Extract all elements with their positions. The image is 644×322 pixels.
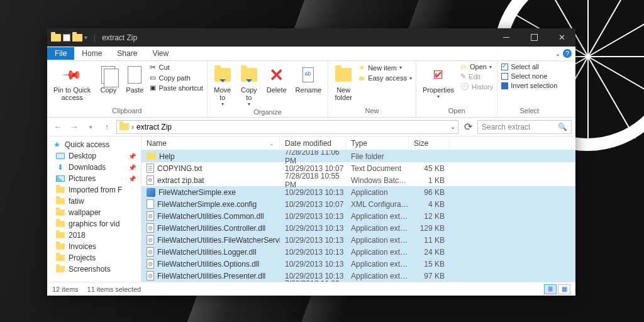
- minimize-button[interactable]: [492, 28, 520, 47]
- down-icon: ⬇: [56, 163, 65, 172]
- back-button[interactable]: ←: [51, 122, 65, 131]
- search-input[interactable]: Search extract 🔍: [477, 120, 572, 134]
- paste-button[interactable]: Paste: [123, 62, 146, 95]
- explorer-window: ▾ | extract Zip File Home Share View ⌄ ?…: [47, 28, 575, 296]
- help-button[interactable]: ?: [563, 49, 572, 58]
- view-details-button[interactable]: ≣: [544, 284, 557, 294]
- sidebar-item-quick-access[interactable]: ★Quick access: [47, 139, 141, 150]
- sidebar-item-projects[interactable]: Projects: [47, 252, 141, 264]
- up-button[interactable]: ↑: [100, 122, 114, 131]
- sidebar-item-label: Screenshots: [69, 265, 111, 274]
- file-row[interactable]: FileWatcherUtilities.FileWatcherServiceC…: [142, 234, 575, 246]
- tab-file[interactable]: File: [47, 47, 74, 60]
- select-all-button[interactable]: Select all: [501, 62, 557, 71]
- file-row[interactable]: extract zip.bat7/28/2018 10:55 PMWindows…: [142, 174, 575, 186]
- sidebar-item-screenshots[interactable]: Screenshots: [47, 264, 141, 275]
- sidebar-item-label: Desktop: [69, 152, 96, 160]
- tab-share[interactable]: Share: [109, 47, 145, 60]
- new-folder-button[interactable]: New folder: [332, 62, 355, 103]
- file-size: 24 KB: [409, 248, 450, 257]
- file-type: Application: [346, 188, 409, 197]
- properties-button[interactable]: 🗹 Properties▾: [420, 62, 457, 101]
- sidebar-item-fatiw[interactable]: fatiw: [47, 196, 141, 207]
- sidebar-item-invoices[interactable]: Invoices: [47, 241, 141, 252]
- newfolder-icon: [335, 68, 352, 82]
- copy-path-button[interactable]: ▭Copy path: [150, 73, 203, 82]
- qat-props-icon[interactable]: [63, 34, 70, 42]
- sidebar-item-pictures[interactable]: Pictures📌: [47, 173, 141, 184]
- sidebar-item-imported-from-f[interactable]: Imported from F: [47, 184, 141, 196]
- rename-button[interactable]: Rename: [293, 62, 325, 95]
- view-icons-button[interactable]: ▦: [558, 284, 570, 294]
- col-date[interactable]: Date modified: [280, 136, 346, 150]
- window-title: extract Zip: [102, 33, 137, 42]
- file-row[interactable]: FileWatcherSimple.exe.config10/29/2013 1…: [142, 198, 575, 210]
- file-row[interactable]: FileWatcherSimple.exe10/29/2013 10:13App…: [142, 186, 575, 198]
- search-placeholder: Search extract: [482, 123, 530, 131]
- open-button[interactable]: 🗁Open ▾: [460, 62, 493, 71]
- qat-chevron-icon[interactable]: ▾: [84, 34, 87, 41]
- refresh-button[interactable]: ⟳: [461, 121, 475, 133]
- forward-button[interactable]: →: [67, 122, 81, 131]
- file-name: FileWatcherUtilities.Controller.dll: [157, 224, 265, 233]
- invert-selection-button[interactable]: Invert selection: [501, 81, 557, 90]
- sidebar-item-label: Invoices: [69, 242, 96, 251]
- group-open-label: Open: [420, 107, 493, 116]
- file-row[interactable]: FileWatcherUtilities.Presenter.dll10/29/…: [142, 270, 575, 282]
- collapse-ribbon-icon[interactable]: ⌄: [555, 50, 560, 57]
- file-row[interactable]: FileWatcherUtilities.Logger.dll10/29/201…: [142, 246, 575, 258]
- file-row[interactable]: FileWatcherUtilities.Common.dll10/29/201…: [142, 210, 575, 222]
- new-item-button[interactable]: ✦New item ▾: [358, 62, 412, 73]
- file-date: 10/29/2013 10:07: [280, 200, 346, 209]
- file-row[interactable]: FileWatcherUtilities.Controller.dll10/29…: [142, 222, 575, 234]
- close-button[interactable]: [548, 28, 575, 47]
- file-name: extract zip.bat: [157, 176, 204, 185]
- qat-newfolder-icon[interactable]: [72, 34, 82, 42]
- sidebar-item-graphics-for-vid[interactable]: graphics for vid: [47, 218, 141, 230]
- sidebar-item-label: wallpaper: [69, 208, 101, 217]
- selected-count: 11 items selected: [87, 286, 142, 293]
- path-segment[interactable]: extract Zip: [136, 123, 172, 131]
- file-type: Windows Batch File: [346, 176, 409, 185]
- copy-to-button[interactable]: Copy to▾: [238, 62, 260, 108]
- col-name[interactable]: Name⌄: [142, 136, 280, 150]
- file-type: Text Document: [346, 164, 409, 173]
- newitem-icon: ✦: [358, 63, 365, 72]
- move-to-button[interactable]: Move to▾: [211, 62, 234, 108]
- sidebar-item-2018[interactable]: 2018: [47, 230, 141, 241]
- paste-shortcut-button[interactable]: ▣Paste shortcut: [150, 83, 203, 92]
- file-size: 11 KB: [409, 236, 450, 245]
- sidebar-item-label: Downloads: [69, 163, 106, 172]
- copyto-icon: [241, 68, 257, 82]
- exe-icon: [147, 188, 155, 197]
- easy-access-button[interactable]: 🖿Easy access ▾: [358, 74, 412, 82]
- titlebar[interactable]: ▾ | extract Zip: [47, 28, 575, 47]
- recent-button[interactable]: ▾: [84, 124, 97, 130]
- delete-button[interactable]: ✕ Delete: [264, 62, 289, 95]
- col-size[interactable]: Size: [409, 136, 450, 150]
- tab-home[interactable]: Home: [74, 47, 109, 60]
- sidebar-item-wallpaper[interactable]: wallpaper: [47, 207, 141, 218]
- select-none-button[interactable]: Select none: [501, 72, 557, 80]
- path-folder-icon: [119, 123, 129, 130]
- maximize-button[interactable]: [520, 28, 548, 47]
- file-row[interactable]: Help7/28/2018 11:06 PMFile folder: [142, 150, 575, 162]
- sidebar-item-desktop[interactable]: Desktop📌: [47, 150, 141, 162]
- tab-view[interactable]: View: [145, 47, 176, 60]
- file-row[interactable]: FileWatcherUtilities.Options.dll10/29/20…: [142, 258, 575, 270]
- cut-button[interactable]: ✂Cut: [150, 62, 203, 72]
- pin-to-quick-access-button[interactable]: 📌 Pin to Quick access: [51, 62, 93, 103]
- file-type: Application extens: [346, 248, 409, 257]
- breadcrumb[interactable]: › extract Zip ⌄: [116, 120, 458, 134]
- file-type: Application extens: [346, 224, 409, 233]
- delete-icon: ✕: [269, 65, 284, 86]
- file-date: 10/29/2013 10:13: [280, 224, 346, 233]
- file-row[interactable]: COPYING.txt10/29/2013 10:07Text Document…: [142, 162, 575, 174]
- col-type[interactable]: Type: [346, 136, 409, 150]
- sidebar-item-downloads[interactable]: ⬇Downloads📌: [47, 162, 141, 173]
- edit-button: ✎Edit: [460, 72, 493, 81]
- navigation-pane: ★Quick accessDesktop📌⬇Downloads📌Pictures…: [47, 136, 142, 282]
- copy-button[interactable]: Copy: [97, 62, 119, 95]
- open-icon: 🗁: [460, 63, 467, 70]
- path-chevron-icon[interactable]: ⌄: [450, 123, 455, 130]
